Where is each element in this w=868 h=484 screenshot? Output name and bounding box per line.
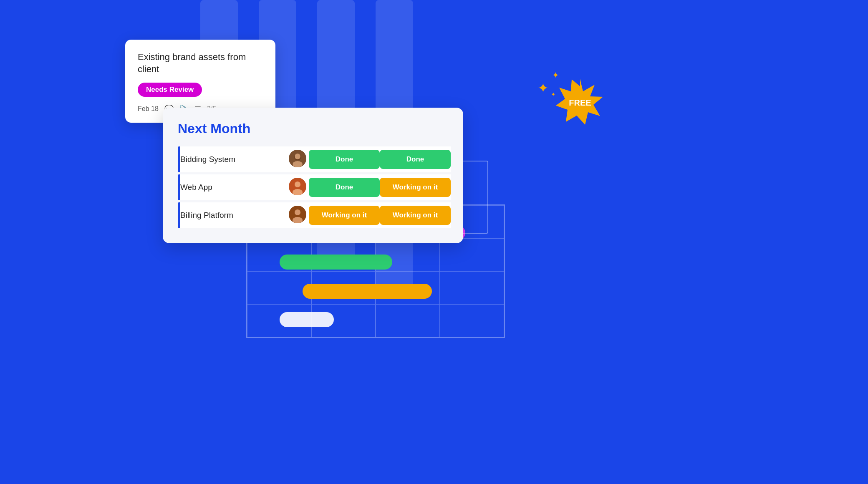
gantt-cell <box>376 304 440 337</box>
task-card-title: Existing brand assets from client <box>138 51 263 75</box>
status-done-button-webapp[interactable]: Done <box>309 178 380 197</box>
avatar-image <box>289 206 306 223</box>
status-cell-billing-2: Working on it <box>380 202 451 228</box>
table-row: Bidding System Done <box>178 146 451 172</box>
project-name-webapp: Web App <box>180 174 286 200</box>
status-cell-webapp-1: Done <box>309 174 380 200</box>
sparkle-3-icon: ✦ <box>551 91 556 98</box>
avatar-image <box>289 150 306 167</box>
avatar-billing <box>286 202 309 228</box>
table-row: Billing Platform Working on it Working o… <box>178 202 451 228</box>
svg-point-8 <box>295 182 300 187</box>
gantt-cell <box>247 271 311 304</box>
project-table: Bidding System Done <box>178 146 451 228</box>
status-cell-billing-1: Working on it <box>309 202 380 228</box>
avatar-webapp <box>286 174 309 200</box>
gantt-bar-orange <box>303 284 432 299</box>
status-done-button-2[interactable]: Done <box>380 150 451 169</box>
gantt-cell <box>440 271 504 304</box>
status-cell-bidding-2: Done <box>380 146 451 172</box>
status-done-button[interactable]: Done <box>309 150 380 169</box>
svg-point-5 <box>295 154 300 159</box>
sparkle-1-icon: ✦ <box>537 80 549 96</box>
status-working-button-billing-2[interactable]: Working on it <box>380 206 451 225</box>
main-card-title: Next Month <box>178 121 451 136</box>
task-card-date: Feb 18 <box>138 105 159 113</box>
status-working-button-billing-1[interactable]: Working on it <box>309 206 380 225</box>
gantt-bar-green <box>280 255 392 270</box>
project-name-billing: Billing Platform <box>180 202 286 228</box>
avatar-bidding <box>286 146 309 172</box>
gantt-bar-white <box>280 312 334 327</box>
task-card-badge: Needs Review <box>138 83 202 97</box>
svg-point-11 <box>295 209 300 215</box>
gantt-cell <box>440 304 504 337</box>
status-cell-webapp-2: Working on it <box>380 174 451 200</box>
status-cell-bidding-1: Done <box>309 146 380 172</box>
project-name-bidding: Bidding System <box>180 146 286 172</box>
avatar-image <box>289 178 306 195</box>
svg-text:FREE: FREE <box>569 98 591 107</box>
main-card: Next Month Bidding System <box>163 108 463 243</box>
sparkle-2-icon: ✦ <box>552 70 559 80</box>
free-badge: FREE <box>555 77 605 129</box>
table-row: Web App Done Working on it <box>178 174 451 200</box>
status-working-button-webapp[interactable]: Working on it <box>380 178 451 197</box>
